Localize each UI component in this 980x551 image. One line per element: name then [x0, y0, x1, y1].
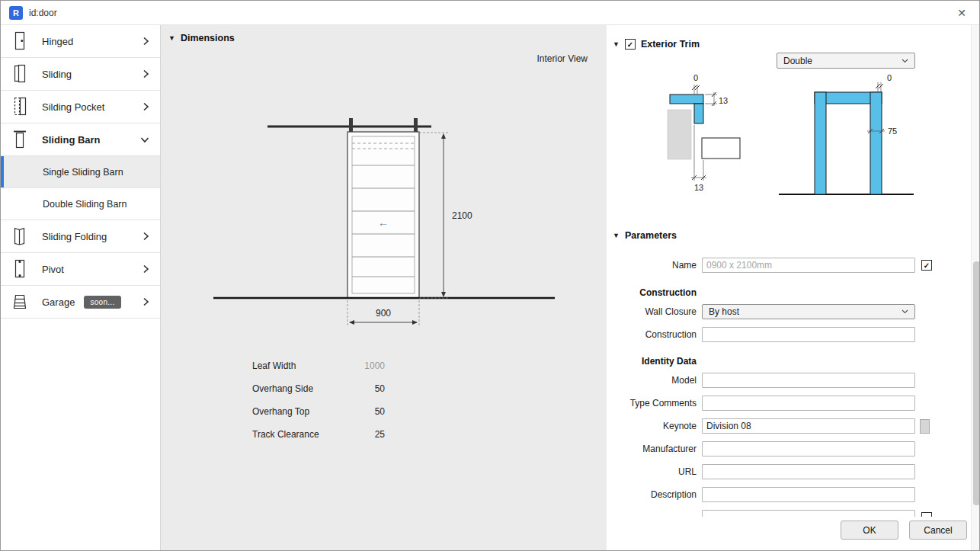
url-input[interactable] — [702, 464, 915, 479]
sidebar-item-label: Hinged — [42, 36, 73, 47]
wall-closure-value: By host — [709, 306, 739, 317]
trim-style-dropdown[interactable]: Double — [777, 53, 915, 69]
overhang-top-value[interactable]: 50 — [375, 406, 385, 417]
cancel-button[interactable]: Cancel — [909, 521, 967, 540]
folding-door-icon — [11, 226, 28, 246]
wall-closure-label: Wall Closure — [607, 306, 702, 317]
slide-direction-arrow: ← — [378, 216, 389, 229]
description-field-label: Description — [607, 489, 702, 500]
sidebar-item-single-sliding-barn[interactable]: Single Sliding Barn — [1, 156, 160, 188]
collapse-triangle-icon[interactable]: ▼ — [613, 232, 620, 239]
chevron-right-icon — [143, 69, 149, 78]
chevron-right-icon — [143, 264, 149, 274]
titlebar: R id:door ✕ — [1, 1, 979, 25]
chevron-right-icon — [143, 102, 149, 111]
sidebar-item-pivot[interactable]: Pivot — [1, 253, 160, 286]
description-input[interactable] — [702, 487, 915, 502]
url-field-label: URL — [607, 466, 702, 477]
identity-data-section-label: Identity Data — [607, 354, 702, 369]
check-icon: ✓ — [924, 261, 930, 270]
window-title: id:door — [29, 8, 57, 18]
chevron-down-icon — [140, 136, 149, 143]
construction-section-label: Construction — [607, 285, 702, 300]
manufacturer-field-row: Manufacturer — [607, 441, 915, 456]
dimensions-title: Dimensions — [181, 33, 235, 43]
chevron-down-icon — [902, 59, 908, 63]
clipped-input[interactable] — [702, 510, 915, 517]
barn-door-icon — [11, 130, 28, 149]
keynote-browse-button[interactable] — [920, 419, 930, 434]
model-field-label: Model — [607, 375, 702, 386]
sidebar-item-label: Garage — [42, 296, 75, 308]
model-input[interactable] — [702, 373, 915, 388]
name-field-row: Name ✓ — [607, 258, 932, 273]
sidebar-item-sliding-folding[interactable]: Sliding Folding — [1, 220, 160, 253]
track-clearance-row: Track Clearance 25 — [252, 423, 385, 446]
url-field-row: URL — [607, 464, 915, 479]
elev-dim-top-label: 0 — [887, 73, 892, 82]
sub-item-label: Single Sliding Barn — [43, 167, 123, 178]
vertical-scrollbar[interactable] — [971, 25, 980, 550]
sidebar-item-garage[interactable]: Garage soon... — [1, 286, 160, 319]
scrollbar-thumb[interactable] — [973, 261, 980, 505]
id-door-dialog: R id:door ✕ Hinged Sliding — [0, 0, 980, 551]
name-input[interactable] — [702, 258, 915, 273]
sidebar-item-hinged[interactable]: Hinged — [1, 25, 160, 58]
leaf-width-row: Leaf Width 1000 — [252, 354, 385, 377]
sidebar-item-label: Pivot — [42, 264, 64, 275]
manufacturer-input[interactable] — [702, 441, 915, 456]
plan-dim-bottom-label: 13 — [694, 183, 703, 192]
overhang-top-row: Overhang Top 50 — [252, 400, 385, 423]
app-logo-icon: R — [9, 6, 23, 20]
type-comments-field-label: Type Comments — [607, 398, 702, 408]
dialog-body: Hinged Sliding Silding Pocket — [1, 25, 979, 550]
leaf-width-value: 1000 — [364, 360, 385, 371]
exterior-trim-title: Exterior Trim — [641, 39, 700, 50]
hinged-door-icon — [11, 31, 28, 51]
sidebar-item-sliding-barn[interactable]: Sliding Barn — [1, 123, 160, 156]
sidebar-item-label: Sliding Folding — [42, 231, 107, 242]
soon-badge: soon... — [84, 296, 120, 309]
clipped-checkbox[interactable] — [921, 512, 932, 517]
chevron-down-icon — [902, 309, 908, 314]
trim-elevation-drawing: 0 75 — [773, 72, 918, 202]
wall-closure-dropdown[interactable]: By host — [702, 304, 915, 319]
wall-closure-field-row: Wall Closure By host — [607, 304, 915, 319]
parameters-form: Name ✓ Construction Wall Closure By host… — [607, 250, 971, 517]
overhang-side-value[interactable]: 50 — [375, 383, 385, 394]
dimensions-panel: ▼ Dimensions Interior View — [161, 25, 607, 550]
properties-panel: ▼ ✓ Exterior Trim Double 0 — [607, 25, 980, 550]
sidebar-item-label: Sliding — [42, 69, 72, 80]
width-dimension-label: 900 — [376, 308, 391, 319]
type-comments-field-row: Type Comments — [607, 396, 915, 411]
collapse-triangle-icon[interactable]: ▼ — [613, 40, 620, 48]
name-lock-checkbox[interactable]: ✓ — [921, 260, 932, 271]
keynote-field-label: Keynote — [607, 421, 702, 431]
overhang-top-label: Overhang Top — [252, 406, 309, 417]
overhang-side-label: Overhang Side — [252, 383, 313, 394]
leaf-width-label: Leaf Width — [252, 360, 296, 371]
type-comments-input[interactable] — [702, 396, 915, 411]
collapse-triangle-icon[interactable]: ▼ — [168, 34, 175, 42]
plan-dim-top-label: 0 — [693, 73, 698, 82]
elev-dim-side-label: 75 — [888, 127, 897, 136]
pocket-door-icon — [11, 97, 28, 117]
keynote-field-row: Keynote — [607, 418, 930, 434]
sidebar-item-sliding-pocket[interactable]: Silding Pocket — [1, 91, 160, 123]
construction-input[interactable] — [702, 327, 915, 342]
keynote-input[interactable] — [702, 418, 915, 434]
trim-style-value: Double — [783, 56, 812, 66]
interior-view-label: Interior View — [537, 53, 588, 64]
parameters-title: Parameters — [625, 230, 677, 241]
parameters-section-header: ▼ Parameters — [613, 230, 677, 241]
sidebar-item-sliding[interactable]: Sliding — [1, 58, 160, 91]
chevron-right-icon — [143, 297, 149, 306]
door-elevation-drawing: ← 2100 900 — [203, 115, 568, 348]
description-field-row: Description — [607, 487, 915, 502]
exterior-trim-checkbox[interactable]: ✓ — [625, 39, 636, 50]
ok-button[interactable]: OK — [841, 521, 898, 540]
track-clearance-value[interactable]: 25 — [375, 429, 385, 440]
close-icon[interactable]: ✕ — [953, 5, 971, 21]
sidebar-item-double-sliding-barn[interactable]: Double Sliding Barn — [1, 188, 160, 220]
height-dimension-label: 2100 — [452, 210, 472, 221]
